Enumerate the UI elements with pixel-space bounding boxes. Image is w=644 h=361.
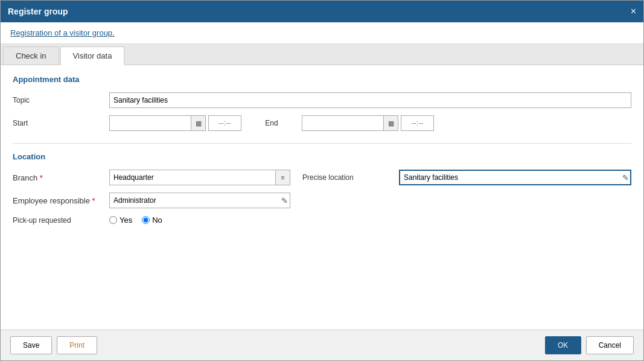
pickup-yes-label: Yes: [120, 216, 132, 225]
dialog-title: Register group: [8, 7, 68, 16]
precise-location-group: Precise location ✎: [302, 170, 631, 185]
pickup-row: Pick-up requested Yes No: [13, 216, 631, 225]
content-area: Appointment data Topic Start ▦ End ▦: [1, 65, 643, 330]
precise-location-label: Precise location: [302, 173, 399, 182]
employee-row: Employee responsible * ✎: [13, 193, 631, 208]
end-time-input[interactable]: [401, 115, 434, 131]
tab-visitor-data[interactable]: Visitor data: [60, 46, 125, 65]
title-bar: Register group ×: [1, 1, 643, 22]
start-calendar-icon[interactable]: ▦: [191, 116, 205, 130]
employee-label: Employee responsible *: [13, 196, 109, 205]
register-group-dialog: Register group × Registration of a visit…: [0, 0, 644, 361]
employee-edit-icon[interactable]: ✎: [281, 196, 288, 205]
topic-row: Topic: [13, 92, 631, 108]
cancel-button[interactable]: Cancel: [586, 336, 634, 354]
pickup-label: Pick-up requested: [13, 216, 109, 225]
pickup-no-radio[interactable]: [142, 216, 150, 224]
precise-location-edit-icon[interactable]: ✎: [622, 173, 629, 182]
subtitle-text-after: .: [112, 28, 115, 37]
start-end-row: Start ▦ End ▦: [13, 115, 631, 131]
end-calendar-icon[interactable]: ▦: [383, 116, 398, 130]
appointment-section-title: Appointment data: [13, 75, 631, 84]
employee-group: Employee responsible * ✎: [13, 193, 290, 208]
subtitle-bar: Registration of a visitor group.: [1, 22, 643, 44]
precise-location-input[interactable]: [399, 170, 631, 185]
topic-input[interactable]: [109, 92, 631, 108]
print-button[interactable]: Print: [57, 336, 97, 354]
visitor-group-link[interactable]: a visitor group: [63, 28, 112, 37]
start-time-input[interactable]: [208, 115, 241, 131]
branch-precise-row: Branch * ≡ Precise location ✎: [13, 170, 631, 185]
branch-group: Branch * ≡: [13, 170, 290, 185]
branch-label: Branch *: [13, 173, 109, 182]
location-section-title: Location: [13, 152, 631, 161]
location-section: Location Branch * ≡ Precise location: [13, 152, 631, 225]
start-label: Start: [13, 119, 109, 127]
tab-bar: Check in Visitor data: [1, 44, 643, 65]
branch-list-icon[interactable]: ≡: [275, 170, 290, 185]
footer: Save Print OK Cancel: [1, 330, 643, 360]
close-button[interactable]: ×: [631, 7, 636, 16]
tab-check-in[interactable]: Check in: [3, 46, 59, 65]
precise-location-input-wrap: ✎: [399, 170, 631, 185]
topic-label: Topic: [13, 96, 109, 104]
employee-input[interactable]: [109, 193, 290, 208]
start-date-wrap: ▦: [109, 115, 206, 131]
branch-input[interactable]: [109, 170, 290, 185]
end-date-wrap: ▦: [302, 115, 398, 131]
branch-required-star: *: [37, 173, 43, 182]
pickup-yes-option[interactable]: Yes: [109, 216, 132, 225]
subtitle-text-before: Registration of: [10, 28, 63, 37]
end-label: End: [247, 119, 296, 127]
ok-button[interactable]: OK: [545, 336, 581, 354]
pickup-no-option[interactable]: No: [142, 216, 162, 225]
appointment-section: Appointment data Topic Start ▦ End ▦: [13, 75, 631, 131]
branch-input-wrap: ≡: [109, 170, 290, 185]
pickup-radio-group: Yes No: [109, 216, 162, 225]
section-divider: [13, 143, 631, 144]
employee-input-wrap: ✎: [109, 193, 290, 208]
save-button[interactable]: Save: [10, 336, 52, 354]
employee-required-star: *: [90, 196, 95, 205]
pickup-no-label: No: [152, 216, 162, 225]
pickup-yes-radio[interactable]: [109, 216, 117, 224]
